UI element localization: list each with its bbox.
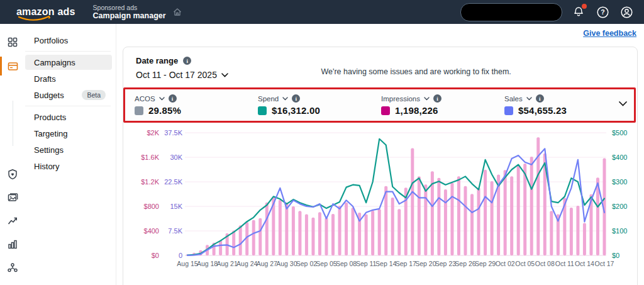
amazon-ads-logo[interactable]: amazon ads (16, 6, 75, 18)
svg-text:$0: $0 (612, 252, 619, 259)
svg-text:Sep 08: Sep 08 (336, 260, 357, 267)
svg-text:Sep 05: Sep 05 (316, 260, 336, 267)
svg-text:Oct 02: Oct 02 (496, 260, 515, 267)
redacted-account-selector[interactable] (460, 3, 562, 21)
sidebar-item-label: Products (34, 113, 66, 122)
network-icon (7, 262, 18, 273)
info-icon[interactable]: i (169, 94, 177, 103)
sidebar-item-budgets[interactable]: Budgets Beta (25, 87, 112, 103)
notifications-button[interactable] (571, 4, 586, 20)
svg-text:Aug 21: Aug 21 (217, 260, 238, 267)
metric-label: Impressions (381, 95, 420, 103)
x-axis-labels: Aug 15Aug 18Aug 21Aug 24Aug 27Aug 30Sep … (177, 260, 614, 267)
svg-text:$1.6K: $1.6K (141, 154, 159, 161)
date-range-section: Date range i Oct 11 - Oct 17 2025 We're … (123, 47, 637, 89)
svg-text:$500: $500 (612, 129, 627, 137)
svg-text:Sep 20: Sep 20 (415, 260, 436, 267)
svg-text:Oct 08: Oct 08 (535, 260, 555, 267)
svg-text:$0: $0 (152, 252, 159, 259)
metric-acos-dropdown[interactable]: ACOS i (135, 94, 258, 103)
sidebar-item-campaigns[interactable]: Campaigns (25, 55, 112, 70)
svg-text:Aug 27: Aug 27 (257, 260, 277, 267)
main-content: Give feedback Date range i Oct 11 - Oct … (116, 24, 644, 285)
product-context: Sponsored ads Campaign manager (93, 4, 166, 20)
metric-value-row: 1,198,226 (381, 105, 504, 116)
rail-item-dashboard[interactable] (0, 31, 25, 53)
app-name: Campaign manager (93, 11, 166, 20)
svg-text:Sep 17: Sep 17 (396, 260, 416, 267)
svg-text:$800: $800 (144, 203, 159, 210)
metric-label: Spend (258, 95, 279, 103)
metric-label: Sales (504, 95, 523, 103)
help-button[interactable]: ? (595, 4, 610, 20)
rail-item-workflows[interactable] (0, 257, 25, 278)
collapse-chart-chevron[interactable] (619, 101, 627, 106)
svg-text:Sep 14: Sep 14 (375, 260, 396, 267)
rail-item-apps[interactable] (0, 280, 25, 285)
metric-sales-dropdown[interactable]: Sales i (504, 94, 628, 103)
bar-chart-icon (7, 238, 18, 250)
svg-text:0: 0 (179, 252, 182, 259)
metric-impressions-dropdown[interactable]: Impressions i (381, 94, 504, 103)
shield-icon (7, 169, 18, 180)
product-name: Sponsored ads (93, 4, 166, 11)
sidebar-item-drafts[interactable]: Drafts (25, 71, 112, 86)
sidebar-item-products[interactable]: Products (25, 109, 112, 125)
sidebar-item-label: Drafts (34, 74, 56, 84)
give-feedback-link[interactable]: Give feedback (583, 29, 636, 38)
impressions-axis-ticks: 37.5K30K22.5K15K7.5K0 (164, 129, 182, 259)
metric-label: ACOS (135, 95, 155, 103)
home-icon[interactable] (172, 7, 182, 17)
metric-value: 29.85% (148, 105, 181, 116)
date-range-value: Oct 11 - Oct 17 2025 (136, 70, 217, 80)
icon-rail (0, 24, 25, 285)
svg-text:Oct 11: Oct 11 (555, 260, 574, 267)
info-icon[interactable]: i (292, 94, 300, 103)
chevron-down-icon (424, 97, 430, 101)
dashboard-grid-icon (7, 36, 18, 48)
rail-item-campaigns[interactable] (0, 55, 25, 77)
notification-badge (582, 4, 587, 9)
account-button[interactable] (619, 4, 634, 20)
nav-right-cluster: ? (460, 3, 634, 21)
sidebar-item-label: Portfolios (34, 36, 68, 45)
performance-chart-section: $2K$1.6K$1.2K$800$400$037.5K30K22.5K15K7… (123, 121, 637, 276)
chevron-down-icon (221, 73, 228, 77)
metric-impressions: Impressions i 1,198,226 (381, 94, 504, 116)
svg-text:$1.2K: $1.2K (141, 178, 159, 186)
rail-item-insights[interactable] (0, 210, 25, 232)
metric-spend-dropdown[interactable]: Spend i (258, 94, 381, 103)
menu-divider (25, 51, 111, 52)
sales-line (187, 148, 604, 255)
info-icon[interactable]: i (536, 94, 544, 103)
impressions-color-swatch (381, 106, 390, 115)
svg-text:$200: $200 (612, 203, 627, 210)
info-icon[interactable]: i (433, 94, 441, 103)
sidebar-item-label: Campaigns (34, 58, 75, 67)
spend-color-swatch (258, 106, 267, 115)
metric-acos: ACOS i 29.85% (135, 94, 258, 116)
info-icon[interactable]: i (183, 57, 191, 65)
metric-spend: Spend i $16,312.00 (258, 94, 381, 116)
svg-text:$2K: $2K (147, 129, 159, 137)
rail-item-creatives[interactable] (0, 187, 25, 208)
svg-text:Oct 17: Oct 17 (595, 260, 614, 267)
svg-text:Aug 24: Aug 24 (236, 260, 257, 267)
spend-axis-ticks: $500$400$300$200$100$0 (612, 129, 627, 259)
svg-text:Sep 23: Sep 23 (435, 260, 456, 267)
metrics-section: ACOS i 29.85% Spend i (123, 89, 637, 121)
feedback-row: Give feedback (116, 24, 644, 43)
sidebar-item-targeting[interactable]: Targeting (25, 126, 112, 141)
svg-text:Sep 11: Sep 11 (356, 260, 377, 267)
rail-item-reports[interactable] (0, 233, 25, 255)
performance-chart-canvas[interactable]: $2K$1.6K$1.2K$800$400$037.5K30K22.5K15K7… (125, 128, 638, 274)
metric-value-row: 29.85% (135, 105, 258, 116)
system-notice: We're having some issues and are working… (321, 67, 511, 76)
sidebar-item-label: Targeting (34, 129, 67, 138)
rail-item-brand-safety[interactable] (0, 164, 25, 185)
svg-text:Aug 15: Aug 15 (177, 260, 197, 267)
sidebar-item-history[interactable]: History (25, 159, 112, 174)
beta-badge: Beta (82, 90, 106, 100)
sidebar-item-settings[interactable]: Settings (25, 142, 112, 157)
sidebar-item-portfolios[interactable]: Portfolios (25, 33, 112, 48)
